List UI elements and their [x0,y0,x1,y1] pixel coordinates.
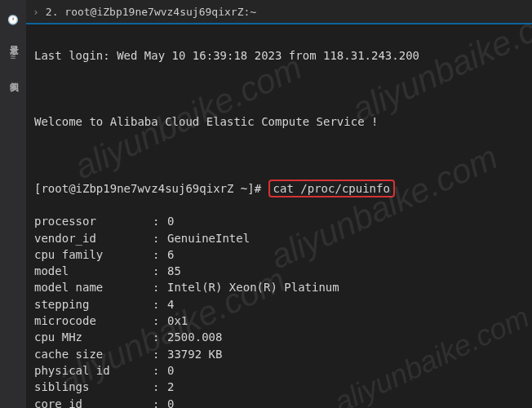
output-key: physical id [34,362,153,379]
output-key: stepping [34,296,153,313]
output-sep: : [153,263,167,279]
output-val: 0 [167,213,174,229]
output-sep: : [153,362,167,379]
terminal-output[interactable]: Last login: Wed May 10 16:39:18 2023 fro… [34,31,524,408]
output-row: microcode:0x1 [34,313,524,329]
output-val: 4 [167,296,174,313]
output-row: model:85 [34,263,524,279]
output-sep: : [153,279,167,295]
output-row: stepping:4 [34,296,524,313]
output-val: 0x1 [167,313,188,329]
output-key: model name [34,279,153,295]
blank-line [34,147,524,163]
output-sep: : [153,329,167,345]
output-val: 85 [167,263,181,279]
chevron-icon: › [33,6,39,18]
output-val: 2500.008 [167,329,222,345]
shell-prompt: [root@iZbp19ne7wvz4suj69qixrZ ~]# [34,182,261,195]
output-val: 0 [167,396,174,408]
blank-line [34,81,524,97]
last-login-line: Last login: Wed May 10 16:39:18 2023 fro… [34,47,524,64]
command-line: [root@iZbp19ne7wvz4suj69qixrZ ~]# cat /p… [34,180,524,197]
output-val: 2 [167,379,174,395]
output-row: vendor_id:GenuineIntel [34,230,524,246]
left-sidebar: 🕐 最近登录 ≡ 我的实例 [0,0,26,408]
output-key: microcode [34,313,153,329]
output-sep: : [153,396,167,408]
output-val: 0 [167,362,174,379]
output-key: model [34,263,153,279]
output-key: cache size [34,346,153,362]
output-row: siblings:2 [34,379,524,395]
output-sep: : [153,246,167,263]
list-icon: ≡ [11,51,16,62]
output-row: cpu family:6 [34,246,524,263]
output-key: cpu MHz [34,329,153,345]
output-sep: : [153,313,167,329]
tab-bar: › 2. root@iZbp19ne7wvz4suj69qixrZ:~ [26,0,532,24]
output-sep: : [153,296,167,313]
welcome-line: Welcome to Alibaba Cloud Elastic Compute… [34,113,524,130]
output-row: cpu MHz:2500.008 [34,329,524,345]
output-key: cpu family [34,246,153,263]
tab-title[interactable]: 2. root@iZbp19ne7wvz4suj69qixrZ:~ [46,6,256,18]
output-sep: : [153,213,167,229]
output-key: processor [34,213,153,229]
output-row: processor:0 [34,213,524,229]
output-row: core id:0 [34,396,524,408]
output-row: physical id:0 [34,362,524,379]
output-row: model name:Intel(R) Xeon(R) Platinum [34,279,524,295]
output-key: vendor_id [34,230,153,246]
output-key: siblings [34,379,153,395]
output-sep: : [153,230,167,246]
output-sep: : [153,346,167,362]
output-sep: : [153,379,167,395]
output-val: 33792 KB [167,346,222,362]
output-val: Intel(R) Xeon(R) Platinum [167,279,339,295]
clock-icon: 🕐 [7,15,19,25]
output-val: 6 [167,246,174,263]
output-row: cache size:33792 KB [34,346,524,362]
command-highlight: cat /proc/cpuinfo [268,180,395,197]
output-val: GenuineIntel [167,230,250,246]
output-key: core id [34,396,153,408]
